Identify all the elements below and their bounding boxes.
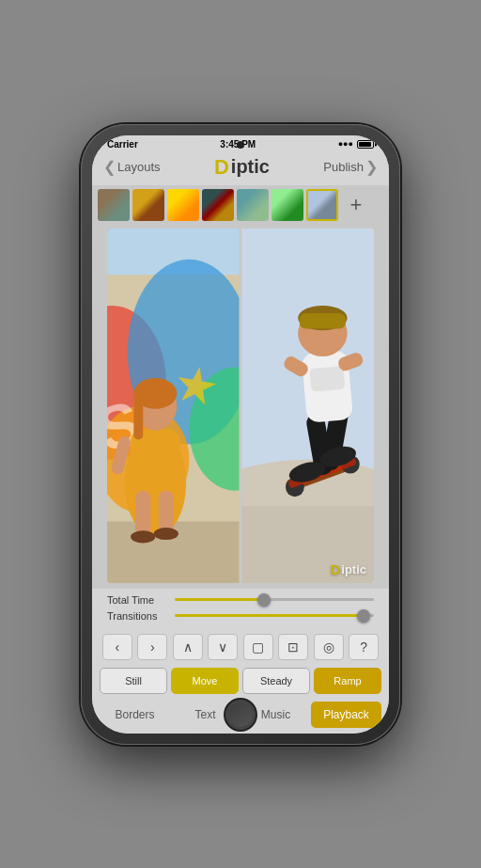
ramp-label: Ramp — [334, 675, 361, 687]
publish-label: Publish — [323, 160, 364, 174]
help-icon: ? — [360, 639, 367, 655]
diptych-frame[interactable]: S ★ — [107, 229, 374, 583]
back-button[interactable]: ❮ Layouts — [103, 158, 161, 176]
thumbnail-5[interactable] — [237, 189, 269, 221]
home-button[interactable] — [224, 698, 257, 732]
transitions-label: Transitions — [107, 610, 175, 622]
next-icon: › — [150, 639, 155, 655]
move-button[interactable]: Move — [171, 668, 239, 694]
thumbnail-7[interactable] — [306, 189, 338, 221]
ramp-button[interactable]: Ramp — [314, 668, 381, 694]
status-right: ●●● — [338, 139, 374, 149]
svg-rect-15 — [135, 490, 150, 536]
thumbnail-3[interactable] — [167, 189, 199, 221]
svg-rect-35 — [309, 365, 345, 391]
nav-bar: ❮ Layouts D iptic Publish ❯ — [92, 151, 389, 185]
phone-device: Carrier 3:45 PM ●●● ❮ Layouts D iptic Pu… — [81, 124, 400, 745]
back-arrow-icon: ❮ — [103, 158, 116, 176]
watermark: D iptic — [330, 561, 366, 577]
steady-label: Steady — [260, 675, 292, 687]
canvas-area: S ★ — [92, 225, 389, 589]
total-time-label: Total Time — [107, 594, 175, 606]
svg-rect-16 — [159, 490, 174, 533]
transitions-slider[interactable] — [175, 614, 374, 617]
tab-playback-label: Playback — [323, 708, 369, 721]
watermark-d: D — [330, 561, 340, 577]
motion-row: Still Move Steady Ramp — [92, 664, 389, 698]
controls-area: Total Time Transitions — [92, 589, 389, 630]
title-d-icon: D — [214, 155, 229, 180]
tab-music-label: Music — [261, 708, 290, 721]
frame2-button[interactable]: ⊡ — [278, 634, 308, 660]
frame2-icon: ⊡ — [287, 639, 299, 655]
thumbnail-strip: + — [92, 185, 389, 225]
down-button[interactable]: ∨ — [208, 634, 238, 660]
svg-rect-13 — [133, 393, 143, 439]
prev-icon: ‹ — [115, 639, 119, 655]
svg-rect-40 — [300, 313, 346, 328]
diptych-divider — [240, 229, 242, 583]
prev-button[interactable]: ‹ — [102, 634, 132, 660]
help-button[interactable]: ? — [349, 634, 379, 660]
battery-icon — [357, 140, 374, 149]
transitions-row: Transitions — [107, 610, 374, 622]
still-button[interactable]: Still — [100, 668, 167, 694]
svg-point-17 — [131, 530, 155, 543]
left-photo[interactable]: S ★ — [107, 229, 240, 583]
right-photo[interactable] — [240, 229, 374, 583]
target-button[interactable]: ◎ — [314, 634, 344, 660]
steady-button[interactable]: Steady — [242, 668, 310, 694]
up-icon: ∧ — [183, 639, 193, 655]
target-icon: ◎ — [323, 639, 334, 655]
total-time-row: Total Time — [107, 594, 374, 606]
add-photo-button[interactable]: + — [343, 192, 369, 218]
next-button[interactable]: › — [137, 634, 167, 660]
title-text: iptic — [231, 156, 270, 178]
total-time-slider[interactable] — [175, 598, 374, 601]
thumbnail-6[interactable] — [272, 189, 303, 221]
tab-text-label: Text — [194, 708, 215, 721]
layouts-label: Layouts — [117, 160, 161, 174]
tab-borders-label: Borders — [115, 708, 154, 721]
down-icon: ∨ — [218, 639, 227, 655]
watermark-text: iptic — [341, 562, 366, 576]
phone-screen: Carrier 3:45 PM ●●● ❮ Layouts D iptic Pu… — [92, 135, 389, 734]
frame-icon: ▢ — [252, 639, 264, 655]
publish-button[interactable]: Publish ❯ — [323, 158, 378, 176]
thumbnail-2[interactable] — [132, 189, 164, 221]
thumbnail-4[interactable] — [202, 189, 234, 221]
transitions-thumb[interactable] — [357, 609, 370, 623]
icon-toolbar: ‹ › ∧ ∨ ▢ ⊡ ◎ ? — [92, 630, 389, 664]
up-button[interactable]: ∧ — [173, 634, 203, 660]
svg-point-18 — [154, 527, 178, 539]
tab-playback[interactable]: Playback — [311, 702, 381, 728]
camera-dot — [237, 141, 244, 149]
carrier-label: Carrier — [107, 139, 138, 150]
total-time-thumb[interactable] — [257, 593, 271, 607]
still-label: Still — [125, 675, 142, 687]
move-label: Move — [193, 675, 218, 687]
app-title: D iptic — [214, 155, 270, 180]
forward-arrow-icon: ❯ — [365, 158, 378, 176]
thumbnail-1[interactable] — [98, 189, 130, 221]
frame-button[interactable]: ▢ — [243, 634, 273, 660]
tab-borders[interactable]: Borders — [100, 702, 170, 728]
